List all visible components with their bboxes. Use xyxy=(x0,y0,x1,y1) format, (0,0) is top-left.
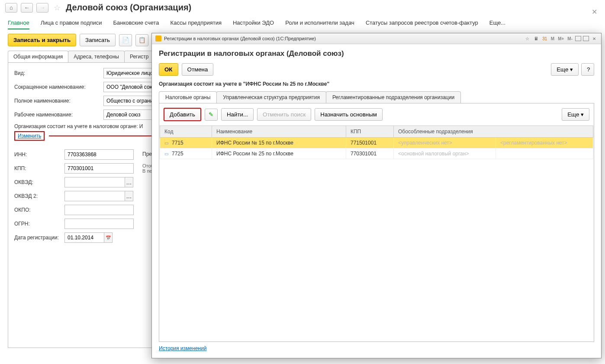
close-icon[interactable]: ✕ xyxy=(592,8,597,16)
label-work: Рабочее наименование: xyxy=(14,112,103,118)
regdate-input[interactable] xyxy=(64,232,104,243)
kpp-input[interactable] xyxy=(64,163,134,174)
tab-tax-authorities[interactable]: Налоговые органы xyxy=(159,91,217,103)
row-icon: ▭ xyxy=(164,151,168,156)
label-inn: ИНН: xyxy=(14,151,64,158)
label-full: Полное наименование: xyxy=(14,98,103,104)
edit-pencil-icon[interactable]: ✎ xyxy=(205,109,218,121)
label-kpp: КПП: xyxy=(14,165,64,171)
tax-authorities-table: Код Наименование КПП Обособленные подраз… xyxy=(160,126,593,159)
dialog-tabbar: Налоговые органы Управленческая структур… xyxy=(159,91,594,103)
m-plus-button[interactable]: M+ xyxy=(557,36,565,41)
maximize-icon[interactable] xyxy=(583,36,589,41)
label-okved2: ОКВЭД 2: xyxy=(14,193,64,199)
save-button[interactable]: Записать xyxy=(80,34,116,46)
add-button[interactable]: Добавить xyxy=(164,108,201,121)
dialog-window-title: Регистрации в налоговых органах (Деловой… xyxy=(164,36,316,41)
tab-general-info[interactable]: Общая информация xyxy=(8,51,68,62)
dialog-title: Регистрации в налоговых органах (Деловой… xyxy=(159,49,594,58)
tab-cash[interactable]: Кассы предприятия xyxy=(171,17,222,29)
forward-button[interactable]: → xyxy=(36,3,48,13)
calc-icon[interactable]: 🖩 xyxy=(533,35,540,42)
calendar-toolbar-icon[interactable]: 31 xyxy=(541,35,548,42)
tab-edo[interactable]: Настройки ЭДО xyxy=(233,17,274,29)
inn-input[interactable] xyxy=(64,149,134,160)
star-icon[interactable]: ☆ xyxy=(524,35,531,42)
col-code[interactable]: Код xyxy=(160,126,212,138)
calendar-icon[interactable]: 📅 xyxy=(104,232,113,243)
save-close-button[interactable]: Записать и закрыть xyxy=(8,34,76,46)
ogrn-input[interactable] xyxy=(64,219,134,229)
tab-more[interactable]: Еще... xyxy=(489,17,505,29)
tab-statuses[interactable]: Статусы запросов реестров счетов-фактур xyxy=(366,17,478,29)
tax-registration-dialog: Регистрации в налоговых органах (Деловой… xyxy=(151,33,602,358)
tab-addresses[interactable]: Адреса, телефоны xyxy=(68,51,125,62)
col-kpp[interactable]: КПП xyxy=(346,126,394,138)
tab-bank[interactable]: Банковские счета xyxy=(113,17,159,29)
tab-regulated-departments[interactable]: Регламентированные подразделения организ… xyxy=(326,91,461,103)
label-okpo: ОКПО: xyxy=(14,207,64,213)
main-tabbar: Главное Лица с правом подписи Банковские… xyxy=(0,15,605,29)
tab-roles[interactable]: Роли и исполнители задач xyxy=(285,17,354,29)
col-name[interactable]: Наименование xyxy=(212,126,346,138)
table-more-button[interactable]: Еще ▾ xyxy=(562,108,589,121)
label-okved: ОКВЭД: xyxy=(14,179,64,185)
tab-main[interactable]: Главное xyxy=(8,17,29,29)
label-kind: Вид: xyxy=(14,70,103,76)
favorite-star-icon[interactable]: ☆ xyxy=(54,3,61,13)
m-minus-button[interactable]: M- xyxy=(566,36,573,41)
ok-button[interactable]: ОК xyxy=(159,63,178,76)
tab-register[interactable]: Регистр xyxy=(124,51,154,62)
page-title: Деловой союз (Организация) xyxy=(66,3,191,13)
list-icon-button[interactable]: 📋 xyxy=(135,34,148,46)
report-icon-button[interactable]: 📄 xyxy=(119,34,132,46)
okved-picker[interactable]: … xyxy=(125,177,133,187)
label-ogrn: ОГРН: xyxy=(14,221,64,227)
okved2-input[interactable] xyxy=(64,191,125,201)
dialog-panel: Добавить ✎ Найти... Отменить поиск Назна… xyxy=(159,103,594,342)
red-arrow xyxy=(49,135,153,136)
cancel-button[interactable]: Отмена xyxy=(182,63,214,76)
dialog-close-icon[interactable]: ✕ xyxy=(591,35,598,42)
table-row[interactable]: ▭7715 ИФНС России № 15 по г.Москве 77150… xyxy=(160,138,593,148)
col-separate[interactable]: Обособленные подразделения xyxy=(394,126,593,138)
cancel-find-button: Отменить поиск xyxy=(257,108,311,121)
row-icon: ▭ xyxy=(164,141,168,145)
set-main-button[interactable]: Назначить основным xyxy=(315,108,383,121)
table-toolbar: Добавить ✎ Найти... Отменить поиск Назна… xyxy=(159,103,594,126)
table-row[interactable]: ▭7725 ИФНС России № 25 по г.Москве 77030… xyxy=(160,148,593,159)
m-button[interactable]: M xyxy=(550,36,555,41)
dialog-titlebar: Регистрации в налоговых органах (Деловой… xyxy=(152,33,601,44)
home-button[interactable]: ⌂ xyxy=(5,3,17,13)
okpo-input[interactable] xyxy=(64,205,134,215)
tab-signers[interactable]: Лица с правом подписи xyxy=(41,17,102,29)
dialog-help-button[interactable]: ? xyxy=(581,63,594,76)
dialog-more-button[interactable]: Еще ▾ xyxy=(551,63,579,76)
okved2-picker[interactable]: … xyxy=(125,191,133,201)
app-brand-icon xyxy=(155,35,161,42)
tab-management-structure[interactable]: Управленческая структура предприятия xyxy=(216,91,326,103)
label-short: Сокращенное наименование: xyxy=(14,84,103,90)
dialog-button-row: ОК Отмена Еще ▾ ? xyxy=(152,61,601,80)
top-nav: ⌂ ← → ☆ Деловой союз (Организация) ✕ xyxy=(0,0,605,15)
history-link[interactable]: История изменений xyxy=(159,345,206,351)
change-link-box: Изменить xyxy=(14,131,45,141)
change-link[interactable]: Изменить xyxy=(18,133,41,139)
find-button[interactable]: Найти... xyxy=(221,108,254,121)
minimize-icon[interactable] xyxy=(575,36,581,41)
dialog-info-text: Организация состоит на учете в "ИФНС Рос… xyxy=(159,81,329,87)
label-regdate: Дата регистрации: xyxy=(14,235,64,241)
okved-input[interactable] xyxy=(64,177,125,187)
back-button[interactable]: ← xyxy=(21,3,33,13)
